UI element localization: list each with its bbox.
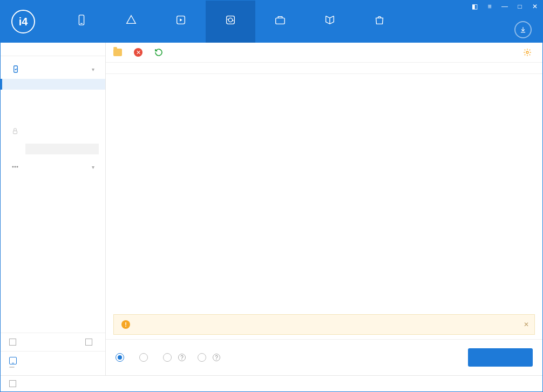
- auto-activate-checkbox[interactable]: [9, 339, 16, 346]
- ipad-icon: [9, 357, 17, 364]
- menu-button[interactable]: ≡: [482, 1, 497, 12]
- lock-icon: [11, 127, 19, 135]
- device-info[interactable]: [1, 351, 105, 375]
- refresh-icon: [154, 48, 163, 57]
- sidebar-oneclick-flash[interactable]: [1, 79, 105, 90]
- svg-point-7: [12, 166, 13, 167]
- nav-tutorials[interactable]: [305, 1, 355, 43]
- top-nav: [57, 1, 404, 43]
- nav-store[interactable]: [355, 1, 404, 43]
- nav-apps[interactable]: [106, 1, 156, 43]
- book-icon: [323, 13, 336, 26]
- delete-button[interactable]: ✕: [134, 48, 146, 57]
- flash-options-bar: ? ?: [106, 339, 542, 375]
- device-capacity: [9, 367, 15, 368]
- opt-antirecover[interactable]: ?: [163, 353, 186, 362]
- nav-my-device[interactable]: [57, 1, 106, 43]
- skip-guide-checkbox[interactable]: [85, 339, 92, 346]
- radio[interactable]: [139, 353, 148, 362]
- logo: i4: [1, 10, 51, 33]
- window-controls: ◧ ≡ — □ ✕: [467, 1, 542, 12]
- minimize-button[interactable]: —: [497, 1, 512, 12]
- opt-repair[interactable]: ?: [198, 353, 220, 362]
- footer: [1, 375, 542, 391]
- skin-button[interactable]: ◧: [467, 1, 482, 12]
- main-content: ✕ ! ✕ ? ?: [106, 43, 542, 375]
- refresh-icon: [11, 65, 20, 73]
- chevron-down-icon: ▾: [92, 66, 94, 72]
- device-icon: [75, 13, 88, 26]
- appleid-notice: ! ✕: [113, 314, 535, 335]
- block-itunes-checkbox[interactable]: [9, 380, 16, 387]
- svg-rect-4: [276, 18, 285, 24]
- apps-icon: [125, 13, 138, 26]
- gear-icon: [523, 48, 532, 57]
- close-button[interactable]: ✕: [527, 1, 542, 12]
- sidebar: ▾ ▾: [1, 43, 106, 375]
- sidebar-more[interactable]: ▾: [1, 158, 105, 176]
- flash-settings-button[interactable]: [523, 48, 535, 57]
- radio[interactable]: [163, 353, 172, 362]
- auto-activate-row: [1, 333, 105, 351]
- connection-status: [1, 43, 105, 56]
- delete-icon: ✕: [134, 48, 142, 57]
- sidebar-flash[interactable]: ▾: [1, 59, 105, 79]
- radio[interactable]: [116, 353, 124, 362]
- sidebar-download-firmware[interactable]: [1, 187, 105, 198]
- downloads-button[interactable]: [514, 21, 532, 38]
- music-icon: [174, 13, 187, 26]
- open-folder-button[interactable]: [113, 49, 125, 56]
- chevron-down-icon: ▾: [92, 164, 94, 170]
- sidebar-other-tools[interactable]: [1, 176, 105, 187]
- sidebar-jailbreak: [1, 122, 105, 140]
- radio[interactable]: [198, 353, 206, 362]
- nav-toolbox[interactable]: [255, 1, 305, 43]
- more-icon: [11, 163, 19, 171]
- svg-point-9: [17, 166, 18, 167]
- notice-close-button[interactable]: ✕: [524, 321, 529, 328]
- svg-point-10: [526, 51, 528, 53]
- sidebar-pro-flash[interactable]: [1, 100, 105, 111]
- nav-flash[interactable]: [206, 1, 255, 43]
- sidebar-advanced[interactable]: [1, 198, 105, 208]
- help-icon[interactable]: ?: [178, 354, 186, 361]
- sidebar-batch-flash[interactable]: [1, 111, 105, 122]
- jailbreak-notice: [25, 144, 99, 154]
- refresh-button[interactable]: [154, 48, 166, 57]
- store-icon: [373, 13, 386, 26]
- opt-keep-data[interactable]: [116, 353, 127, 362]
- folder-icon: [113, 49, 122, 56]
- flash-now-button[interactable]: [468, 348, 533, 367]
- app-header: i4 ◧ ≡ — □ ✕: [1, 1, 542, 43]
- sidebar-itunes-flash[interactable]: [1, 90, 105, 100]
- svg-rect-6: [13, 131, 17, 133]
- table-header: [106, 63, 542, 74]
- logo-icon: i4: [11, 10, 35, 33]
- flash-icon: [224, 13, 237, 26]
- opt-quick[interactable]: [139, 353, 151, 362]
- svg-rect-3: [227, 16, 235, 24]
- help-icon[interactable]: ?: [213, 354, 220, 361]
- svg-point-8: [15, 166, 16, 167]
- warning-icon: !: [121, 320, 130, 329]
- nav-ringtones[interactable]: [156, 1, 206, 43]
- toolbar: ✕: [106, 43, 542, 63]
- svg-rect-5: [14, 66, 18, 72]
- toolbox-icon: [274, 13, 287, 26]
- maximize-button[interactable]: □: [512, 1, 527, 12]
